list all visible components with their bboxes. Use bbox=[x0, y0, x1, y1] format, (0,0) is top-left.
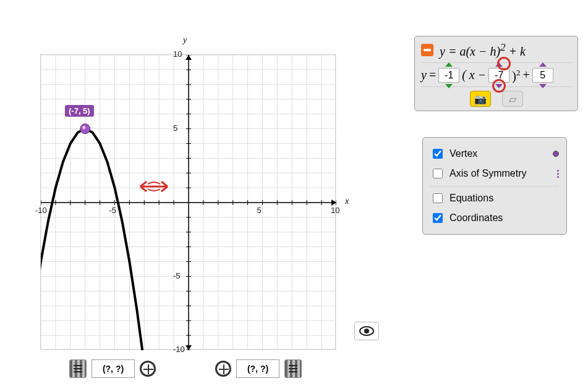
k-step-up[interactable] bbox=[539, 62, 547, 67]
check-coordinates-input[interactable] bbox=[433, 213, 443, 223]
check-vertex[interactable]: Vertex bbox=[430, 144, 559, 164]
capture-button[interactable]: 📷 bbox=[470, 91, 491, 107]
x-tick-label: 10 bbox=[331, 206, 339, 215]
eq-plus: + bbox=[522, 68, 529, 82]
eq-y: y bbox=[421, 68, 427, 82]
handle-left-icon[interactable] bbox=[69, 359, 87, 378]
k-input[interactable] bbox=[532, 68, 553, 83]
check-equations[interactable]: Equations bbox=[430, 186, 559, 208]
check-vertex-input[interactable] bbox=[433, 149, 443, 159]
target-right-icon[interactable] bbox=[215, 361, 231, 377]
menu-icon bbox=[73, 364, 83, 373]
x-tick-label: 5 bbox=[257, 206, 262, 215]
svg-point-87 bbox=[364, 329, 369, 334]
svg-point-84 bbox=[80, 124, 90, 134]
vertex-swatch-icon bbox=[553, 151, 559, 157]
svg-point-85 bbox=[82, 126, 85, 129]
eq-open: ( x − bbox=[462, 68, 486, 82]
equation-live-row: y = ( x − )2 + bbox=[421, 62, 571, 88]
axis-swatch-icon bbox=[557, 170, 559, 178]
check-coordinates[interactable]: Coordinates bbox=[430, 208, 559, 228]
coord-box-left[interactable]: (?, ?) bbox=[92, 359, 135, 378]
coord-box-right[interactable]: (?, ?) bbox=[236, 359, 279, 378]
x-tick-label: -10 bbox=[35, 206, 47, 215]
vertex-coordinate-badge: (-7, 5) bbox=[65, 105, 94, 117]
a-step-up[interactable] bbox=[445, 62, 453, 67]
graph-canvas[interactable] bbox=[40, 54, 336, 350]
handle-right-icon[interactable] bbox=[284, 359, 302, 378]
k-step-down[interactable] bbox=[539, 84, 547, 88]
check-axis-label: Axis of Symmetry bbox=[450, 168, 526, 179]
equation-panel: y = a(x − h)2 + k y = ( x − )2 + 📷 bbox=[414, 36, 578, 111]
eye-icon bbox=[359, 326, 374, 336]
check-vertex-label: Vertex bbox=[450, 148, 477, 159]
check-equations-label: Equations bbox=[450, 193, 493, 204]
h-input[interactable] bbox=[488, 68, 509, 83]
y-tick-label: -5 bbox=[173, 271, 181, 280]
y-tick-label: 10 bbox=[173, 49, 182, 59]
equation-template: y = a(x − h)2 + k bbox=[440, 41, 526, 59]
check-axis[interactable]: Axis of Symmetry bbox=[430, 164, 559, 183]
camera-icon: 📷 bbox=[474, 93, 487, 105]
eq-close-sq: )2 bbox=[512, 68, 520, 83]
eraser-icon: ▱ bbox=[509, 93, 516, 105]
eraser-button[interactable]: ▱ bbox=[502, 91, 523, 107]
y-tick-label: 5 bbox=[173, 124, 177, 133]
h-step-up[interactable] bbox=[495, 62, 503, 67]
menu-icon bbox=[288, 364, 298, 373]
drag-arrow-annotation bbox=[135, 175, 173, 198]
x-tick-label: -5 bbox=[109, 206, 117, 215]
eq-equals: = bbox=[429, 68, 436, 82]
a-input[interactable] bbox=[438, 68, 459, 83]
display-options-panel: Vertex Axis of Symmetry Equations Coordi… bbox=[422, 137, 567, 235]
check-axis-input[interactable] bbox=[433, 169, 443, 178]
x-axis-label: x bbox=[345, 196, 349, 206]
h-step-down[interactable] bbox=[495, 84, 503, 88]
y-axis-label: y bbox=[183, 35, 187, 45]
collapse-icon[interactable] bbox=[421, 44, 433, 56]
bottom-toolbar: (?, ?) (?, ?) bbox=[69, 359, 302, 378]
y-tick-label: -10 bbox=[173, 345, 185, 354]
visibility-button[interactable] bbox=[354, 322, 379, 340]
check-equations-input[interactable] bbox=[433, 193, 443, 203]
target-left-icon[interactable] bbox=[140, 361, 156, 377]
a-step-down[interactable] bbox=[445, 84, 453, 88]
check-coordinates-label: Coordinates bbox=[450, 212, 503, 224]
